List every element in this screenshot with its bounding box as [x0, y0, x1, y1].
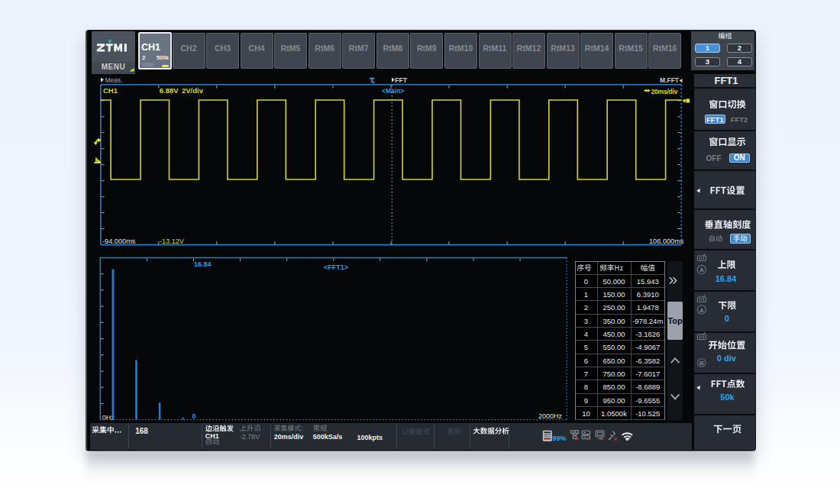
svg-text:A: A — [699, 267, 704, 273]
svg-text:B: B — [699, 360, 704, 367]
svg-text:A: A — [699, 307, 704, 314]
svg-text:SSD: SSD — [544, 433, 551, 437]
